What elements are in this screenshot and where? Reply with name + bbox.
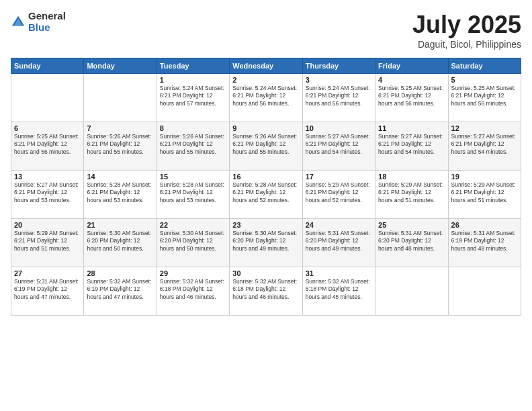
cell-content: Sunrise: 5:24 AM Sunset: 6:21 PM Dayligh… — [306, 85, 372, 107]
cell-content: Sunrise: 5:27 AM Sunset: 6:21 PM Dayligh… — [451, 133, 518, 156]
month-year: July 2025 — [412, 11, 521, 39]
cell-content: Sunrise: 5:32 AM Sunset: 6:18 PM Dayligh… — [306, 278, 372, 301]
cell-content: Sunrise: 5:31 AM Sunset: 6:20 PM Dayligh… — [306, 230, 372, 253]
calendar-cell: 14Sunrise: 5:28 AM Sunset: 6:21 PM Dayli… — [84, 171, 157, 219]
day-number: 25 — [378, 221, 445, 229]
calendar-week-row: 1Sunrise: 5:24 AM Sunset: 6:21 PM Daylig… — [11, 74, 521, 122]
day-header-friday: Friday — [375, 58, 448, 74]
calendar-cell: 18Sunrise: 5:29 AM Sunset: 6:21 PM Dayli… — [375, 171, 448, 219]
day-number: 31 — [306, 269, 372, 277]
calendar-cell: 1Sunrise: 5:24 AM Sunset: 6:21 PM Daylig… — [157, 74, 229, 122]
day-header-tuesday: Tuesday — [157, 58, 229, 74]
day-number: 7 — [87, 124, 153, 132]
calendar-cell: 29Sunrise: 5:32 AM Sunset: 6:18 PM Dayli… — [157, 267, 229, 316]
cell-content: Sunrise: 5:31 AM Sunset: 6:19 PM Dayligh… — [14, 278, 81, 301]
day-header-thursday: Thursday — [302, 58, 375, 74]
day-number: 13 — [14, 173, 81, 181]
cell-content: Sunrise: 5:25 AM Sunset: 6:21 PM Dayligh… — [451, 85, 518, 107]
day-number: 20 — [14, 221, 81, 229]
day-header-saturday: Saturday — [448, 58, 521, 74]
day-number: 26 — [451, 221, 518, 229]
calendar-cell — [375, 267, 448, 316]
calendar-cell: 22Sunrise: 5:30 AM Sunset: 6:20 PM Dayli… — [157, 219, 229, 267]
day-number: 23 — [232, 221, 299, 229]
calendar-cell: 2Sunrise: 5:24 AM Sunset: 6:21 PM Daylig… — [230, 74, 302, 122]
location: Daguit, Bicol, Philippines — [412, 39, 521, 50]
calendar-cell: 27Sunrise: 5:31 AM Sunset: 6:19 PM Dayli… — [11, 267, 84, 316]
cell-content: Sunrise: 5:29 AM Sunset: 6:21 PM Dayligh… — [451, 181, 518, 204]
calendar-cell: 23Sunrise: 5:30 AM Sunset: 6:20 PM Dayli… — [230, 219, 302, 267]
calendar-cell: 31Sunrise: 5:32 AM Sunset: 6:18 PM Dayli… — [302, 267, 375, 316]
day-number: 15 — [160, 173, 226, 181]
calendar-cell: 8Sunrise: 5:26 AM Sunset: 6:21 PM Daylig… — [157, 122, 229, 171]
calendar-week-row: 13Sunrise: 5:27 AM Sunset: 6:21 PM Dayli… — [11, 171, 521, 219]
calendar-table: SundayMondayTuesdayWednesdayThursdayFrid… — [11, 58, 521, 316]
calendar-cell — [11, 74, 84, 122]
day-number: 24 — [306, 221, 372, 229]
calendar-week-row: 20Sunrise: 5:29 AM Sunset: 6:21 PM Dayli… — [11, 219, 521, 267]
logo-text: General Blue — [28, 11, 66, 33]
cell-content: Sunrise: 5:30 AM Sunset: 6:20 PM Dayligh… — [232, 230, 299, 253]
cell-content: Sunrise: 5:32 AM Sunset: 6:18 PM Dayligh… — [232, 278, 299, 301]
logo-blue: Blue — [28, 22, 66, 34]
logo-general: General — [28, 11, 66, 22]
cell-content: Sunrise: 5:28 AM Sunset: 6:21 PM Dayligh… — [160, 181, 226, 204]
calendar-cell: 12Sunrise: 5:27 AM Sunset: 6:21 PM Dayli… — [448, 122, 521, 171]
cell-content: Sunrise: 5:24 AM Sunset: 6:21 PM Dayligh… — [160, 85, 226, 107]
day-number: 8 — [160, 124, 226, 132]
day-number: 21 — [87, 221, 153, 229]
cell-content: Sunrise: 5:28 AM Sunset: 6:21 PM Dayligh… — [232, 181, 299, 204]
calendar-cell: 26Sunrise: 5:31 AM Sunset: 6:19 PM Dayli… — [448, 219, 521, 267]
cell-content: Sunrise: 5:29 AM Sunset: 6:21 PM Dayligh… — [14, 230, 81, 253]
logo-icon — [11, 15, 26, 30]
title-block: July 2025 Daguit, Bicol, Philippines — [412, 11, 521, 50]
calendar-cell: 5Sunrise: 5:25 AM Sunset: 6:21 PM Daylig… — [448, 74, 521, 122]
calendar-cell — [84, 74, 157, 122]
day-number: 14 — [87, 173, 153, 181]
day-header-monday: Monday — [84, 58, 157, 74]
calendar-cell: 15Sunrise: 5:28 AM Sunset: 6:21 PM Dayli… — [157, 171, 229, 219]
calendar-week-row: 6Sunrise: 5:25 AM Sunset: 6:21 PM Daylig… — [11, 122, 521, 171]
day-number: 10 — [306, 124, 372, 132]
day-number: 29 — [160, 269, 226, 277]
calendar-cell: 24Sunrise: 5:31 AM Sunset: 6:20 PM Dayli… — [302, 219, 375, 267]
day-number: 22 — [160, 221, 226, 229]
calendar-cell: 9Sunrise: 5:26 AM Sunset: 6:21 PM Daylig… — [230, 122, 302, 171]
cell-content: Sunrise: 5:32 AM Sunset: 6:18 PM Dayligh… — [160, 278, 226, 301]
logo: General Blue — [11, 11, 66, 33]
day-number: 18 — [378, 173, 445, 181]
calendar-cell: 21Sunrise: 5:30 AM Sunset: 6:20 PM Dayli… — [84, 219, 157, 267]
cell-content: Sunrise: 5:25 AM Sunset: 6:21 PM Dayligh… — [378, 85, 445, 107]
cell-content: Sunrise: 5:30 AM Sunset: 6:20 PM Dayligh… — [160, 230, 226, 253]
cell-content: Sunrise: 5:26 AM Sunset: 6:21 PM Dayligh… — [232, 133, 299, 156]
day-number: 30 — [232, 269, 299, 277]
day-number: 17 — [306, 173, 372, 181]
calendar-header-row: SundayMondayTuesdayWednesdayThursdayFrid… — [11, 58, 521, 74]
day-number: 19 — [451, 173, 518, 181]
day-number: 1 — [160, 76, 226, 84]
day-number: 11 — [378, 124, 445, 132]
calendar-cell: 19Sunrise: 5:29 AM Sunset: 6:21 PM Dayli… — [448, 171, 521, 219]
calendar-cell: 10Sunrise: 5:27 AM Sunset: 6:21 PM Dayli… — [302, 122, 375, 171]
cell-content: Sunrise: 5:29 AM Sunset: 6:21 PM Dayligh… — [306, 181, 372, 204]
calendar-cell: 3Sunrise: 5:24 AM Sunset: 6:21 PM Daylig… — [302, 74, 375, 122]
cell-content: Sunrise: 5:26 AM Sunset: 6:21 PM Dayligh… — [160, 133, 226, 156]
calendar-cell: 28Sunrise: 5:32 AM Sunset: 6:19 PM Dayli… — [84, 267, 157, 316]
cell-content: Sunrise: 5:32 AM Sunset: 6:19 PM Dayligh… — [87, 278, 153, 301]
day-number: 5 — [451, 76, 518, 84]
calendar-cell: 13Sunrise: 5:27 AM Sunset: 6:21 PM Dayli… — [11, 171, 84, 219]
cell-content: Sunrise: 5:30 AM Sunset: 6:20 PM Dayligh… — [87, 230, 153, 253]
cell-content: Sunrise: 5:31 AM Sunset: 6:19 PM Dayligh… — [451, 230, 518, 253]
cell-content: Sunrise: 5:27 AM Sunset: 6:21 PM Dayligh… — [306, 133, 372, 156]
day-header-sunday: Sunday — [11, 58, 84, 74]
calendar-cell: 7Sunrise: 5:26 AM Sunset: 6:21 PM Daylig… — [84, 122, 157, 171]
calendar-cell: 4Sunrise: 5:25 AM Sunset: 6:21 PM Daylig… — [375, 74, 448, 122]
day-number: 3 — [306, 76, 372, 84]
calendar-week-row: 27Sunrise: 5:31 AM Sunset: 6:19 PM Dayli… — [11, 267, 521, 316]
cell-content: Sunrise: 5:27 AM Sunset: 6:21 PM Dayligh… — [378, 133, 445, 156]
page: General Blue July 2025 Daguit, Bicol, Ph… — [0, 0, 532, 411]
header: General Blue July 2025 Daguit, Bicol, Ph… — [11, 11, 521, 50]
cell-content: Sunrise: 5:25 AM Sunset: 6:21 PM Dayligh… — [14, 133, 81, 156]
day-number: 12 — [451, 124, 518, 132]
calendar-cell: 11Sunrise: 5:27 AM Sunset: 6:21 PM Dayli… — [375, 122, 448, 171]
